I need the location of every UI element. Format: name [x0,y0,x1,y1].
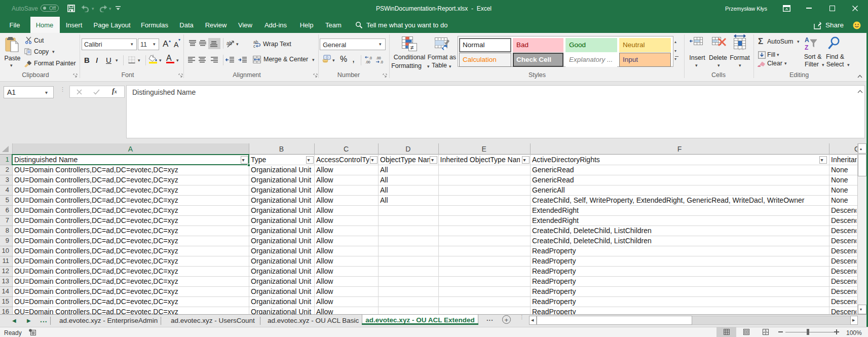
svg-text:.0: .0 [369,56,372,60]
svg-text:Z: Z [805,44,808,51]
svg-text:A: A [805,36,809,44]
svg-text:.00: .00 [365,60,370,64]
svg-text:≠: ≠ [410,44,414,51]
svg-text:.00: .00 [376,56,381,60]
